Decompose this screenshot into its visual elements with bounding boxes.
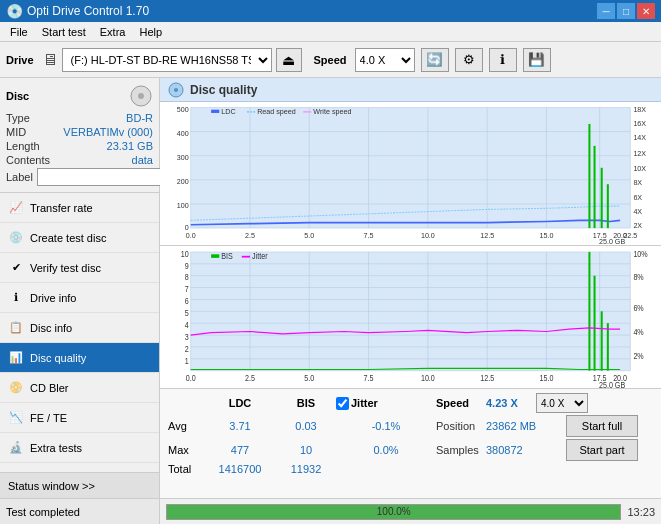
total-bis: 11932 [276, 463, 336, 475]
svg-text:15.0: 15.0 [540, 231, 554, 240]
svg-text:2: 2 [185, 344, 189, 354]
speed-dropdown[interactable]: 4.0 X [536, 393, 588, 413]
max-bis: 10 [276, 444, 336, 456]
svg-text:2X: 2X [633, 221, 642, 230]
charts-area: 500 400 300 200 100 0 18X 16X 14X 12X 10… [160, 102, 661, 498]
disc-mid-label: MID [6, 126, 26, 138]
svg-text:LDC: LDC [221, 107, 236, 116]
info-button[interactable]: ℹ [489, 48, 517, 72]
svg-text:7.5: 7.5 [364, 373, 374, 383]
jitter-label: Jitter [351, 397, 378, 409]
svg-text:100: 100 [177, 201, 189, 210]
svg-text:5.0: 5.0 [304, 373, 314, 383]
svg-text:6%: 6% [633, 303, 643, 313]
svg-rect-5 [191, 107, 631, 228]
disc-type-label: Type [6, 112, 30, 124]
refresh-button[interactable]: 🔄 [421, 48, 449, 72]
svg-rect-108 [211, 254, 219, 258]
verify-disc-icon: ✔ [8, 260, 24, 276]
svg-text:2%: 2% [633, 351, 643, 361]
disc-label-input[interactable] [37, 168, 170, 186]
svg-text:400: 400 [177, 129, 189, 138]
app-title: 💿 Opti Drive Control 1.70 [6, 3, 149, 19]
start-part-button[interactable]: Start part [566, 439, 638, 461]
sidebar-item-disc-info[interactable]: 📋 Disc info [0, 313, 159, 343]
svg-text:200: 200 [177, 177, 189, 186]
col-ldc-header: LDC [204, 397, 276, 409]
svg-text:4X: 4X [633, 207, 642, 216]
disc-info-icon: 📋 [8, 320, 24, 336]
svg-text:14X: 14X [633, 133, 646, 142]
svg-text:10: 10 [181, 249, 189, 259]
window-controls: ─ □ ✕ [597, 3, 655, 19]
minimize-button[interactable]: ─ [597, 3, 615, 19]
save-button[interactable]: 💾 [523, 48, 551, 72]
time-display: 13:23 [627, 506, 655, 518]
cd-bler-icon: 📀 [8, 380, 24, 396]
menu-extra[interactable]: Extra [94, 24, 132, 40]
sidebar-item-fe-te[interactable]: 📉 FE / TE [0, 403, 159, 433]
sidebar-item-verify-test-disc[interactable]: ✔ Verify test disc [0, 253, 159, 283]
svg-text:2.5: 2.5 [245, 373, 255, 383]
status-window-button[interactable]: Status window >> [0, 472, 159, 498]
menu-help[interactable]: Help [133, 24, 168, 40]
svg-text:3: 3 [185, 332, 189, 342]
settings-button[interactable]: ⚙ [455, 48, 483, 72]
max-jitter: 0.0% [336, 444, 436, 456]
sidebar: Disc Type BD-R MID VERBATIMv (000) Lengt… [0, 78, 160, 524]
menu-start-test[interactable]: Start test [36, 24, 92, 40]
svg-text:500: 500 [177, 105, 189, 114]
disc-length-value: 23.31 GB [107, 140, 153, 152]
disc-panel-title: Disc [6, 90, 29, 102]
disc-contents-value: data [132, 154, 153, 166]
app-title-text: Opti Drive Control 1.70 [27, 4, 149, 18]
sidebar-item-transfer-rate[interactable]: 📈 Transfer rate [0, 193, 159, 223]
disc-contents-row: Contents data [6, 154, 153, 166]
svg-text:10X: 10X [633, 164, 646, 173]
disc-length-label: Length [6, 140, 40, 152]
svg-text:6: 6 [185, 296, 189, 306]
svg-text:10.0: 10.0 [421, 231, 435, 240]
svg-point-3 [174, 88, 178, 92]
jitter-checkbox[interactable] [336, 397, 349, 410]
svg-text:22.5: 22.5 [623, 231, 637, 240]
sidebar-item-cd-bler[interactable]: 📀 CD Bler [0, 373, 159, 403]
avg-jitter: -0.1% [336, 420, 436, 432]
status-text: Test completed [6, 506, 80, 518]
sidebar-item-extra-tests[interactable]: 🔬 Extra tests [0, 433, 159, 463]
svg-text:12.5: 12.5 [480, 231, 494, 240]
disc-panel-header: Disc [6, 84, 153, 108]
col-jitter-header: Jitter [336, 397, 436, 410]
sidebar-item-disc-quality[interactable]: 📊 Disc quality [0, 343, 159, 373]
stats-avg-row: Avg 3.71 0.03 -0.1% Position 23862 MB St… [168, 415, 653, 437]
chart1-svg: 500 400 300 200 100 0 18X 16X 14X 12X 10… [160, 102, 661, 245]
svg-text:4%: 4% [633, 327, 643, 337]
chart2-svg: 10 9 8 7 6 5 4 3 2 1 10% 8% 6% 4% 2% [160, 246, 661, 389]
eject-button[interactable]: ⏏ [276, 48, 302, 72]
close-button[interactable]: ✕ [637, 3, 655, 19]
svg-text:0.0: 0.0 [186, 373, 196, 383]
max-ldc: 477 [204, 444, 276, 456]
svg-text:Write speed: Write speed [313, 107, 351, 116]
disc-contents-label: Contents [6, 154, 50, 166]
menu-file[interactable]: File [4, 24, 34, 40]
sidebar-item-create-test-disc[interactable]: 💿 Create test disc [0, 223, 159, 253]
max-label: Max [168, 444, 204, 456]
svg-text:300: 300 [177, 153, 189, 162]
progress-text: 100.0% [167, 505, 620, 519]
svg-text:25.0 GB: 25.0 GB [599, 380, 625, 388]
svg-text:10%: 10% [633, 249, 647, 259]
maximize-button[interactable]: □ [617, 3, 635, 19]
transfer-rate-icon: 📈 [8, 200, 24, 216]
drive-label: Drive [6, 54, 34, 66]
disc-panel-icon [129, 84, 153, 108]
speed-select[interactable]: 4.0 X [355, 48, 415, 72]
svg-text:16X: 16X [633, 119, 646, 128]
sidebar-item-label: Verify test disc [30, 262, 101, 274]
disc-mid-value: VERBATIMv (000) [63, 126, 153, 138]
drive-select[interactable]: (F:) HL-DT-ST BD-RE WH16NS58 TST4 [62, 48, 272, 72]
start-full-button[interactable]: Start full [566, 415, 638, 437]
sidebar-item-drive-info[interactable]: ℹ Drive info [0, 283, 159, 313]
status-bar: Test completed [0, 498, 159, 524]
samples-val: 380872 [486, 444, 566, 456]
